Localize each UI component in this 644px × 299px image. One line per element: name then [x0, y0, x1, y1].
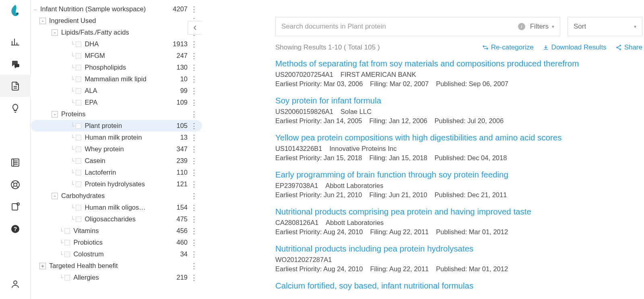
tree-node[interactable]: └Whey protein347⋮	[31, 143, 202, 155]
tree-item-menu[interactable]: ⋮	[188, 87, 200, 95]
tree-node[interactable]: -Ingredient Used⋮	[31, 15, 202, 27]
tree-label[interactable]: MFGM	[85, 52, 167, 60]
tree-checkbox[interactable]	[76, 181, 81, 187]
tree-checkbox[interactable]	[76, 76, 81, 82]
tree-checkbox[interactable]	[64, 252, 70, 257]
tree-label[interactable]: Plant protein	[85, 122, 167, 130]
nav-library-icon[interactable]	[0, 151, 31, 173]
tree-node[interactable]: └Human milk protein13⋮	[31, 132, 202, 143]
tree-item-menu[interactable]: ⋮	[188, 75, 200, 84]
tree-checkbox[interactable]	[76, 170, 81, 175]
tree-node[interactable]: +Targeted Health benefit⋮	[31, 260, 202, 272]
tree-label[interactable]: Proteins	[61, 110, 167, 118]
tree-node[interactable]: –Infant Nutrition (Sample workspace)4207…	[31, 3, 202, 15]
tree-node[interactable]: └Vitamins456⋮	[31, 225, 202, 237]
tree-checkbox[interactable]	[76, 41, 81, 47]
tree-item-menu[interactable]: ⋮	[188, 122, 200, 130]
tree-checkbox[interactable]	[76, 146, 81, 152]
result-title-link[interactable]: Nutritional products comprising pea prot…	[275, 207, 642, 217]
tree-item-menu[interactable]: ⋮	[188, 145, 200, 154]
tree-checkbox[interactable]	[76, 65, 81, 70]
tree-item-menu[interactable]: ⋮	[188, 157, 200, 165]
tree-node[interactable]: └Protein hydrolysates121⋮	[31, 178, 202, 190]
tree-item-menu[interactable]: ⋮	[188, 250, 200, 259]
tree-node[interactable]: └Phospholipids130⋮	[31, 62, 202, 73]
nav-documents-icon[interactable]	[0, 75, 31, 97]
tree-node[interactable]: └Colostrum34⋮	[31, 248, 202, 260]
tree-node[interactable]: -Proteins⋮	[31, 108, 202, 120]
tree-label[interactable]: Allergies	[73, 274, 167, 281]
tree-node[interactable]: └Plant protein105⋮	[31, 120, 202, 132]
sort-dropdown[interactable]: Sort ▾	[568, 17, 642, 36]
tree-label[interactable]: ALA	[85, 87, 167, 95]
tree-label[interactable]: Probiotics	[73, 239, 167, 246]
nav-notifications-icon[interactable]	[0, 196, 31, 218]
tree-node[interactable]: └MFGM247⋮	[31, 50, 202, 62]
tree-label[interactable]: Lipids/Fats./Fatty acids	[61, 29, 167, 36]
nav-user-icon[interactable]	[0, 273, 31, 295]
tree-node[interactable]: └Casein239⋮	[31, 155, 202, 167]
result-title-link[interactable]: Nutritional products including pea prote…	[275, 244, 642, 254]
result-title-link[interactable]: Calcium fortified, soy based, infant nut…	[275, 281, 642, 291]
tree-label[interactable]: Casein	[85, 157, 167, 165]
tree-node[interactable]: └Allergies219⋮	[31, 272, 202, 283]
filters-button[interactable]: Filters ▾	[530, 23, 554, 31]
tree-item-menu[interactable]: ⋮	[188, 203, 200, 212]
tree-toggle[interactable]: -	[52, 111, 58, 118]
tree-item-menu[interactable]: ⋮	[188, 52, 200, 60]
nav-help-icon[interactable]: ?	[0, 218, 31, 240]
result-title-link[interactable]: Soy protein for infant formula	[275, 96, 642, 105]
tree-label[interactable]: Vitamins	[73, 227, 167, 235]
tree-checkbox[interactable]	[76, 217, 81, 222]
tree-node[interactable]: └Mammalian milk lipid10⋮	[31, 73, 202, 85]
tree-item-menu[interactable]: ⋮	[188, 180, 200, 189]
tree-node[interactable]: └Human milk oligos…154⋮	[31, 202, 202, 213]
tree-item-menu[interactable]: ⋮	[188, 168, 200, 177]
result-title-link[interactable]: Methods of separating fat from soy mater…	[275, 59, 642, 68]
search-input[interactable]	[281, 23, 513, 31]
nav-charts-icon[interactable]	[0, 31, 31, 53]
tree-checkbox[interactable]	[76, 88, 81, 94]
tree-item-menu[interactable]: ⋮	[188, 63, 200, 72]
download-results-link[interactable]: Download Results	[543, 43, 607, 52]
tree-label[interactable]: Carbohydrates	[61, 192, 167, 200]
tree-item-menu[interactable]: ⋮	[188, 5, 200, 14]
tree-label[interactable]: Ingredient Used	[49, 17, 167, 25]
tree-checkbox[interactable]	[64, 275, 70, 280]
tree-toggle[interactable]: -	[52, 29, 58, 36]
tree-checkbox[interactable]	[64, 240, 70, 245]
tree-item-menu[interactable]: ⋮	[188, 238, 200, 247]
tree-label[interactable]: Infant Nutrition (Sample workspace)	[40, 5, 167, 13]
tree-checkbox[interactable]	[76, 135, 81, 140]
tree-checkbox[interactable]	[76, 100, 81, 105]
tree-label[interactable]: Lactoferrin	[85, 169, 167, 176]
tree-node[interactable]: └ALA99⋮	[31, 85, 202, 97]
tree-item-menu[interactable]: ⋮	[188, 273, 200, 282]
tree-label[interactable]: Human milk protein	[85, 134, 167, 141]
nav-chat-icon[interactable]	[0, 53, 31, 75]
tree-item-menu[interactable]: ⋮	[188, 215, 200, 224]
tree-node[interactable]: └Lactoferrin110⋮	[31, 167, 202, 178]
tree-checkbox[interactable]	[76, 158, 81, 164]
nav-ideas-icon[interactable]	[0, 97, 31, 119]
tree-checkbox[interactable]	[76, 123, 81, 129]
tree-label[interactable]: Colostrum	[73, 250, 167, 258]
tree-item-menu[interactable]: ⋮	[188, 133, 200, 142]
result-title-link[interactable]: Yellow pea protein compositions with hig…	[275, 133, 642, 142]
tree-label[interactable]: EPA	[85, 99, 167, 106]
tree-item-menu[interactable]: ⋮	[188, 227, 200, 235]
share-link[interactable]: Share	[615, 43, 642, 52]
tree-toggle[interactable]: -	[52, 193, 58, 199]
tree-label[interactable]: Whey protein	[85, 145, 167, 153]
tree-item-menu[interactable]: ⋮	[188, 98, 200, 107]
tree-item-menu[interactable]: ⋮	[188, 262, 200, 270]
tree-label[interactable]: Human milk oligos…	[85, 204, 167, 211]
nav-support-icon[interactable]	[0, 173, 31, 196]
tree-node[interactable]: └DHA1913⋮	[31, 38, 202, 50]
tree-label[interactable]: Mammalian milk lipid	[85, 75, 167, 83]
tree-checkbox[interactable]	[76, 205, 81, 210]
tree-toggle[interactable]: -	[39, 18, 46, 24]
result-title-link[interactable]: Early programming of brain function thro…	[275, 170, 642, 179]
tree-label[interactable]: Phospholipids	[85, 64, 167, 71]
tree-node[interactable]: └Oligosaccharides475⋮	[31, 213, 202, 225]
